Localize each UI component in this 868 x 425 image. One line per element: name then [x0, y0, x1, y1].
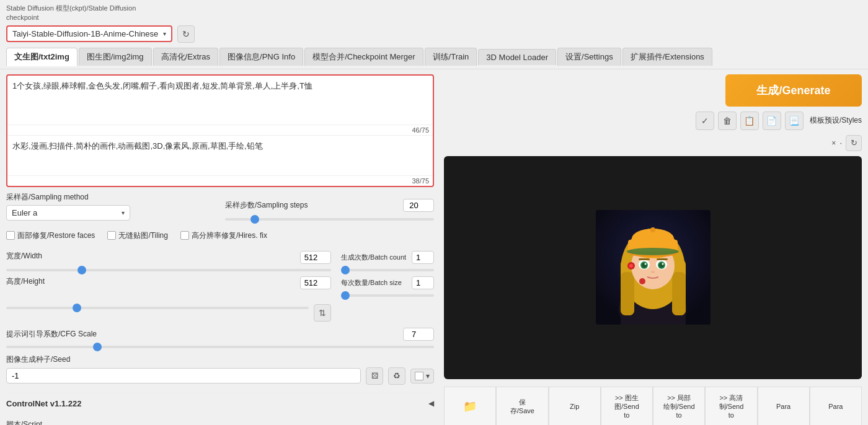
- tiling-checkbox[interactable]: 无缝贴图/Tiling: [107, 230, 168, 241]
- para1-button[interactable]: Para: [758, 387, 810, 425]
- batch-size-label: 每次数量/Batch size: [341, 278, 402, 287]
- dimensions-batch-row: 宽度/Width 高度/Height: [6, 251, 434, 322]
- height-label: 高度/Height: [6, 276, 45, 289]
- save-button[interactable]: 保存/Save: [496, 387, 548, 425]
- model-refresh-button[interactable]: ↻: [177, 25, 195, 43]
- hires-fix-checkbox[interactable]: 高分辨率修复/Hires. fix: [180, 230, 267, 241]
- zip-label: Zip: [570, 402, 579, 411]
- output-image-wrapper: [444, 156, 862, 379]
- model-dropdown-arrow-icon: ▾: [163, 30, 166, 37]
- styles-label: 模板预设/Styles: [810, 115, 862, 126]
- width-input[interactable]: [300, 251, 331, 264]
- seed-dice-button[interactable]: ⚄: [366, 367, 383, 385]
- svg-point-31: [639, 278, 645, 284]
- tab-png-info[interactable]: 图像信息/PNG Info: [219, 48, 303, 66]
- tab-3d-model[interactable]: 3D Model Loader: [478, 49, 556, 65]
- height-slider[interactable]: [6, 307, 309, 309]
- batch-count-input[interactable]: [412, 251, 434, 264]
- tiling-box: [107, 231, 116, 240]
- batch-group: 生成次数/Batch count 每次数量/Batch size: [341, 251, 434, 322]
- tab-settings[interactable]: 设置/Settings: [557, 48, 621, 66]
- model-header: Stable Diffusion 模型(ckpt)/Stable Diffusi…: [0, 0, 868, 45]
- styles-refresh-button[interactable]: ↻: [846, 135, 862, 151]
- send-inpaint-label: >> 局部绘制/Sendto: [663, 393, 695, 420]
- toolbar-trash-button[interactable]: 🗑: [718, 112, 737, 130]
- cfg-scale-slider[interactable]: [6, 346, 434, 348]
- positive-prompt-counter: 46/75: [7, 125, 433, 135]
- main-layout: 46/75 38/75 采样器/Sampling method Euler a …: [0, 69, 868, 425]
- model-select[interactable]: Taiyi-Stable-Diffusion-1B-Anime-Chinese …: [6, 25, 172, 42]
- tab-train[interactable]: 训练/Train: [425, 48, 477, 66]
- tab-extensions[interactable]: 扩展插件/Extensions: [622, 48, 712, 66]
- model-select-text: Taiyi-Stable-Diffusion-1B-Anime-Chinese: [12, 29, 158, 38]
- tab-merger[interactable]: 模型合并/Checkpoint Merger: [304, 48, 423, 66]
- para2-button[interactable]: Para: [810, 387, 862, 425]
- open-folder-button[interactable]: 📁: [444, 387, 496, 425]
- negative-prompt-counter: 38/75: [7, 175, 433, 186]
- swap-dimensions-button[interactable]: ⇅: [314, 304, 331, 322]
- batch-count-group: 生成次数/Batch count: [341, 251, 434, 271]
- controlnet-row: ControlNet v1.1.222 ◀: [6, 393, 434, 413]
- zip-button[interactable]: Zip: [549, 387, 601, 425]
- controlnet-collapse-button[interactable]: ◀: [428, 399, 434, 408]
- positive-prompt-section: 46/75 38/75: [6, 74, 434, 187]
- send-extras-label: >> 高清制/Sendto: [719, 393, 744, 420]
- generate-area: 生成/Generate ✓ 🗑 📋 📄 📃: [444, 74, 862, 151]
- save-label: 保存/Save: [510, 398, 534, 416]
- tab-txt2img[interactable]: 文生图/txt2img: [6, 48, 78, 66]
- bottom-actions: 📁 保存/Save Zip >> 图生图/Sendto >> 局部绘制/Send…: [444, 387, 862, 425]
- toolbar-clipboard-button[interactable]: 📋: [740, 112, 759, 130]
- tab-extras[interactable]: 高清化/Extras: [153, 48, 218, 66]
- toolbar-doc1-button[interactable]: 📄: [763, 112, 781, 130]
- sampling-steps-input[interactable]: [403, 199, 434, 212]
- toolbar-doc2-button[interactable]: 📃: [785, 112, 804, 130]
- batch-count-slider[interactable]: [341, 269, 434, 271]
- app-container: Stable Diffusion 模型(ckpt)/Stable Diffusi…: [0, 0, 868, 425]
- tiling-label: 无缝贴图/Tiling: [118, 230, 168, 241]
- script-group: 脚本/Script None ▾: [6, 419, 434, 425]
- batch-size-slider[interactable]: [341, 294, 434, 297]
- generate-button[interactable]: 生成/Generate: [725, 74, 862, 107]
- send-to-img2img-button[interactable]: >> 图生图/Sendto: [601, 387, 653, 425]
- batch-size-input[interactable]: [412, 276, 434, 289]
- positive-prompt-input[interactable]: [7, 76, 433, 123]
- styles-clear-button[interactable]: ×: [831, 139, 836, 147]
- svg-point-25: [662, 263, 663, 265]
- trash-icon: 🗑: [723, 116, 732, 126]
- negative-prompt-input[interactable]: [7, 136, 433, 173]
- hires-fix-box: [180, 231, 189, 240]
- restore-faces-label: 面部修复/Restore faces: [17, 230, 95, 241]
- svg-point-24: [644, 263, 646, 265]
- seed-extra-dropdown[interactable]: ▾: [410, 369, 434, 383]
- send-to-inpaint-button[interactable]: >> 局部绘制/Sendto: [653, 387, 705, 425]
- svg-point-17: [650, 227, 655, 232]
- doc1-icon: 📄: [766, 116, 777, 126]
- send-to-extras-button[interactable]: >> 高清制/Sendto: [705, 387, 757, 425]
- svg-rect-9: [672, 272, 686, 315]
- restore-faces-box: [6, 231, 15, 240]
- width-slider[interactable]: [6, 269, 331, 271]
- toolbar-checkmark-button[interactable]: ✓: [696, 112, 714, 130]
- seed-row: ⚄ ♻ ▾: [6, 367, 434, 385]
- sampling-steps-slider[interactable]: [225, 218, 434, 221]
- sampling-steps-label: 采样步数/Sampling steps: [225, 200, 308, 211]
- sampling-method-value: Euler a: [12, 208, 122, 217]
- cfg-scale-input[interactable]: [403, 328, 434, 341]
- tab-img2img[interactable]: 图生图/img2img: [79, 48, 152, 66]
- sampling-steps-group: 采样步数/Sampling steps: [225, 199, 434, 221]
- seed-recycle-button[interactable]: ♻: [388, 367, 405, 385]
- seed-extra-box: [415, 372, 423, 380]
- width-label: 宽度/Width: [6, 251, 42, 264]
- folder-icon: 📁: [463, 400, 477, 413]
- height-input[interactable]: [300, 276, 331, 289]
- seed-input[interactable]: [6, 368, 361, 383]
- para2-label: Para: [828, 402, 843, 411]
- output-image: [596, 210, 711, 325]
- clipboard-icon: 📋: [744, 116, 755, 126]
- batch-size-group: 每次数量/Batch size: [341, 276, 434, 297]
- right-panel: 生成/Generate ✓ 🗑 📋 📄 📃: [434, 74, 862, 425]
- restore-faces-checkbox[interactable]: 面部修复/Restore faces: [6, 230, 95, 241]
- sampling-method-select[interactable]: Euler a ▾: [6, 205, 130, 221]
- cfg-scale-group: 提示词引导系数/CFG Scale: [6, 328, 434, 348]
- svg-point-28: [651, 271, 655, 273]
